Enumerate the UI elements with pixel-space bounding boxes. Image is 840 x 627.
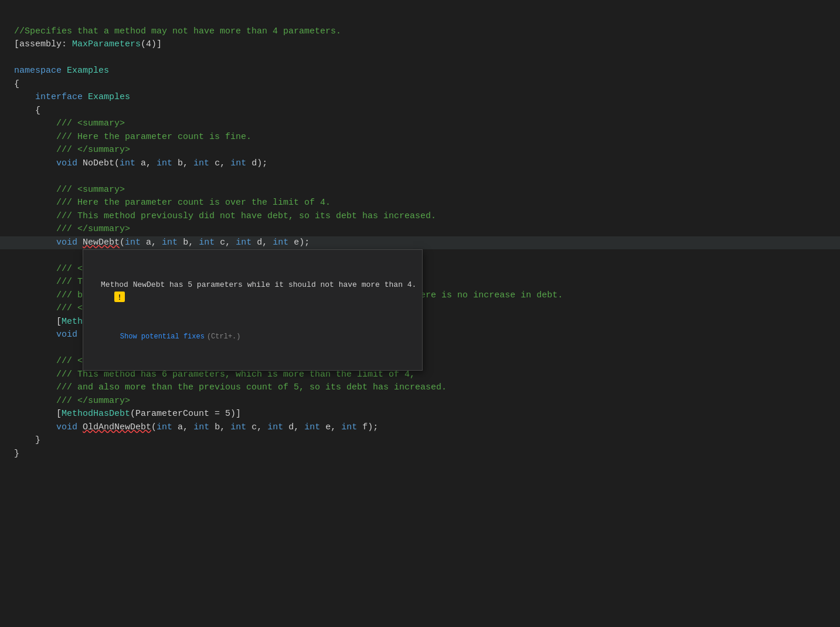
open-brace-1: {: [14, 79, 19, 89]
tooltip-fix-area[interactable]: Show potential fixes(Ctrl+.): [83, 320, 422, 357]
comment-a1: /// <summary>: [14, 118, 125, 128]
namespace-line: namespace Examples: [14, 66, 109, 76]
interface-line: interface Examples: [14, 92, 130, 102]
comment-b1: /// <summary>: [14, 185, 125, 195]
comment-b3: /// This method previously did not have …: [14, 211, 436, 221]
method-newdebt-line: void NewDebt ! Method NewDebt has 5 para…: [0, 236, 840, 250]
comment-b2: /// Here the parameter count is over the…: [14, 198, 331, 208]
close-brace-inner: }: [14, 435, 40, 445]
close-brace-outer: }: [14, 449, 19, 459]
tooltip-message: Method NewDebt has 5 parameters while it…: [101, 280, 416, 290]
newdebt-tooltip-anchor: NewDebt ! Method NewDebt has 5 parameter…: [83, 236, 120, 250]
tooltip-header: ! Method NewDebt has 5 parameters while …: [83, 276, 422, 293]
open-brace-2: {: [14, 106, 40, 116]
comment-d3: /// and also more than the previous coun…: [14, 382, 447, 392]
newdebt-identifier: NewDebt: [83, 238, 120, 248]
code-editor: //Specifies that a method may not have m…: [14, 12, 826, 460]
comment-b4: /// </summary>: [14, 224, 130, 234]
comment-d4: /// </summary>: [14, 396, 130, 406]
comment-a3: /// </summary>: [14, 145, 130, 155]
warning-icon: !: [87, 280, 97, 291]
method-nodebt: void NoDebt(int a, int b, int c, int d);: [14, 158, 267, 168]
assembly-line: [assembly: MaxParameters(4)]: [14, 39, 162, 49]
tooltip-popup: ! Method NewDebt has 5 parameters while …: [83, 249, 423, 371]
show-potential-fixes-link[interactable]: Show potential fixes: [120, 333, 205, 341]
comment-d2: /// This method has 6 parameters, which …: [14, 370, 415, 379]
method-oldandnewdebt: void OldAndNewDebt(int a, int b, int c, …: [14, 422, 378, 432]
svg-text:!: !: [117, 294, 121, 302]
comment-line-1: //Specifies that a method may not have m…: [14, 26, 341, 36]
attr-oldandnewdebt: [MethodHasDebt(ParameterCount = 5)]: [14, 409, 241, 419]
tooltip-shortcut: (Ctrl+.): [207, 333, 241, 341]
comment-a2: /// Here the parameter count is fine.: [14, 132, 251, 142]
